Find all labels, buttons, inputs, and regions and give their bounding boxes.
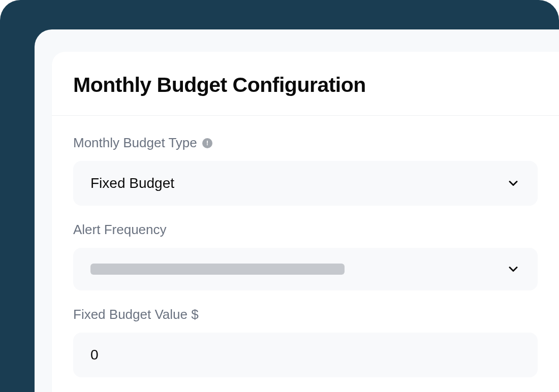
budget-type-label: Monthly Budget Type ! (73, 135, 538, 151)
fixed-budget-value-label-text: Fixed Budget Value $ (73, 307, 199, 322)
info-icon[interactable]: ! (202, 138, 212, 148)
chevron-down-icon (506, 176, 520, 190)
budget-type-select[interactable]: Fixed Budget (73, 161, 538, 206)
alert-frequency-label: Alert Frequency (73, 222, 538, 238)
fixed-budget-value-text: 0 (90, 347, 99, 363)
outer-frame: Monthly Budget Configuration Monthly Bud… (0, 0, 559, 392)
chevron-down-icon (506, 262, 520, 276)
fixed-budget-value-field: Fixed Budget Value $ 0 (73, 307, 538, 377)
alert-frequency-select[interactable] (73, 248, 538, 290)
inner-frame: Monthly Budget Configuration Monthly Bud… (35, 29, 559, 392)
card-title: Monthly Budget Configuration (73, 73, 538, 97)
budget-type-field: Monthly Budget Type ! Fixed Budget (73, 135, 538, 206)
alert-frequency-label-text: Alert Frequency (73, 222, 167, 238)
fixed-budget-value-input[interactable]: 0 (73, 333, 538, 377)
fixed-budget-value-label: Fixed Budget Value $ (73, 307, 538, 322)
card-header: Monthly Budget Configuration (52, 52, 559, 116)
budget-type-label-text: Monthly Budget Type (73, 135, 197, 151)
card-body: Monthly Budget Type ! Fixed Budget Alert… (52, 116, 559, 377)
loading-placeholder (90, 264, 345, 275)
budget-type-value: Fixed Budget (90, 175, 174, 191)
alert-frequency-field: Alert Frequency (73, 222, 538, 290)
budget-config-card: Monthly Budget Configuration Monthly Bud… (52, 52, 559, 392)
